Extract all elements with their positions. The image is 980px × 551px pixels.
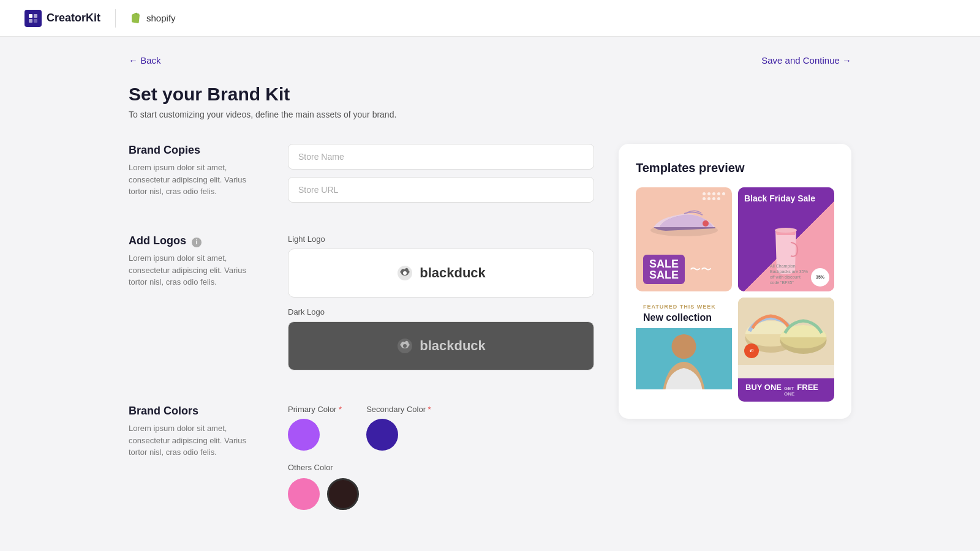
store-name-input[interactable] — [288, 144, 594, 170]
template-card-new-collection: FEATURED THIS WEEK New collection — [636, 298, 732, 402]
svg-point-13 — [672, 334, 696, 359]
content-layout: Brand Copies Lorem ipsum dolor sit amet,… — [129, 144, 851, 534]
dark-logo-text: blackduck — [420, 338, 486, 354]
light-logo-text: blackduck — [420, 265, 486, 281]
shopify-logo: shopify — [130, 12, 176, 24]
light-logo-upload[interactable]: blackduck — [288, 249, 594, 298]
svg-rect-2 — [29, 19, 32, 23]
dark-logo-upload[interactable]: blackduck — [288, 321, 594, 370]
shoe-image — [647, 197, 721, 242]
shopify-label: shopify — [146, 13, 176, 23]
primary-color-label: Primary Color * — [288, 405, 342, 414]
secondary-color-group: Secondary Color * — [366, 405, 431, 451]
info-icon[interactable]: i — [192, 238, 202, 247]
left-panel: Brand Copies Lorem ipsum dolor sit amet,… — [129, 144, 594, 534]
add-logos-fields: Light Logo blackduck Dark Logo — [288, 234, 594, 380]
templates-preview-panel: Templates preview — [619, 144, 851, 419]
header-divider — [115, 9, 116, 28]
free-text: FREE — [797, 383, 818, 392]
app-header: CreatorKit shopify — [0, 0, 980, 37]
collection-image — [636, 328, 732, 389]
sale-badge: SALESALE — [643, 255, 685, 284]
secondary-color-swatch[interactable] — [366, 419, 398, 451]
brand-colors-desc: Lorem ipsum dolor sit amet, consectetur … — [129, 422, 263, 459]
page-title: Set your Brand Kit — [129, 84, 851, 105]
brand-colors-title: Brand Colors — [129, 405, 263, 418]
add-logos-title: Add Logos i — [129, 234, 263, 247]
others-color-row — [288, 478, 594, 510]
promo-badge: 🏷 — [744, 343, 759, 358]
brand-copies-section: Brand Copies Lorem ipsum dolor sit amet,… — [129, 144, 594, 210]
page-subtitle: To start customizing your videos, define… — [129, 110, 851, 119]
dark-logo-preview: blackduck — [396, 337, 486, 354]
add-logos-section: Add Logos i Lorem ipsum dolor sit amet, … — [129, 234, 594, 380]
primary-color-swatch[interactable] — [288, 419, 320, 451]
primary-required-star: * — [339, 405, 342, 414]
svg-rect-0 — [29, 14, 32, 18]
svg-point-10 — [775, 228, 797, 233]
brand-colors-section: Brand Colors Lorem ipsum dolor sit amet,… — [129, 405, 594, 510]
light-logo-label: Light Logo — [288, 234, 594, 244]
main-content: ← Back Save and Continue → Set your Bran… — [92, 37, 888, 551]
brand-copies-info: Brand Copies Lorem ipsum dolor sit amet,… — [129, 144, 263, 210]
brand-name: CreatorKit — [47, 12, 100, 24]
save-continue-button[interactable]: Save and Continue → — [761, 55, 851, 66]
svg-rect-3 — [34, 19, 37, 23]
back-button[interactable]: ← Back — [129, 55, 161, 66]
get-one-sub: GETONE — [784, 386, 794, 397]
logo-icon — [24, 10, 42, 27]
buy-one-text: BUY ONE — [745, 383, 782, 392]
sale-tag-row: SALESALE 〜〜 — [643, 255, 725, 284]
brand-colors-info: Brand Colors Lorem ipsum dolor sit amet,… — [129, 405, 263, 510]
brand-copies-title: Brand Copies — [129, 144, 263, 157]
svg-rect-1 — [34, 14, 37, 18]
new-collection-title: New collection — [636, 312, 732, 328]
svg-point-9 — [703, 220, 709, 227]
dark-logo-label: Dark Logo — [288, 307, 594, 317]
template-card-black-friday: Black Friday Sale All Champion Backpacks… — [738, 187, 834, 291]
brand-colors-fields: Primary Color * Secondary Color * — [288, 405, 594, 510]
other-color-swatch-2[interactable] — [327, 478, 359, 510]
store-url-input[interactable] — [288, 177, 594, 203]
secondary-color-label: Secondary Color * — [366, 405, 431, 414]
primary-secondary-colors: Primary Color * Secondary Color * — [288, 405, 594, 451]
template-card-shoe-sale: SALESALE 〜〜 — [636, 187, 732, 291]
discount-text: All Champion Backpacks are 35% off with … — [770, 263, 810, 285]
primary-color-group: Primary Color * — [288, 405, 342, 451]
black-friday-title: Black Friday Sale — [744, 193, 815, 204]
creatorkit-logo: CreatorKit — [24, 10, 100, 27]
light-logo-preview: blackduck — [396, 264, 486, 282]
featured-label: FEATURED THIS WEEK — [636, 298, 732, 312]
other-color-swatch-1[interactable] — [288, 478, 320, 510]
others-color-label: Others Color — [288, 463, 594, 472]
svg-point-7 — [403, 344, 407, 348]
add-logos-info: Add Logos i Lorem ipsum dolor sit amet, … — [129, 234, 263, 380]
brand-copies-fields — [288, 144, 594, 210]
template-card-buy-one: 🏷 BUY ONE GETONE FREE — [738, 298, 834, 402]
nav-row: ← Back Save and Continue → — [129, 55, 851, 66]
wave-decoration: 〜〜 — [690, 262, 712, 277]
buy-one-offer: BUY ONE GETONE FREE — [738, 378, 834, 402]
brand-copies-desc: Lorem ipsum dolor sit amet, consectetur … — [129, 162, 263, 198]
secondary-required-star: * — [428, 405, 431, 414]
templates-grid: SALESALE 〜〜 Black Friday Sale — [636, 187, 834, 402]
add-logos-desc: Lorem ipsum dolor sit amet, consectetur … — [129, 252, 263, 288]
templates-preview-title: Templates preview — [636, 161, 834, 175]
discount-badge: 35% — [811, 268, 829, 287]
svg-point-5 — [403, 271, 407, 275]
others-color-section: Others Color — [288, 463, 594, 510]
